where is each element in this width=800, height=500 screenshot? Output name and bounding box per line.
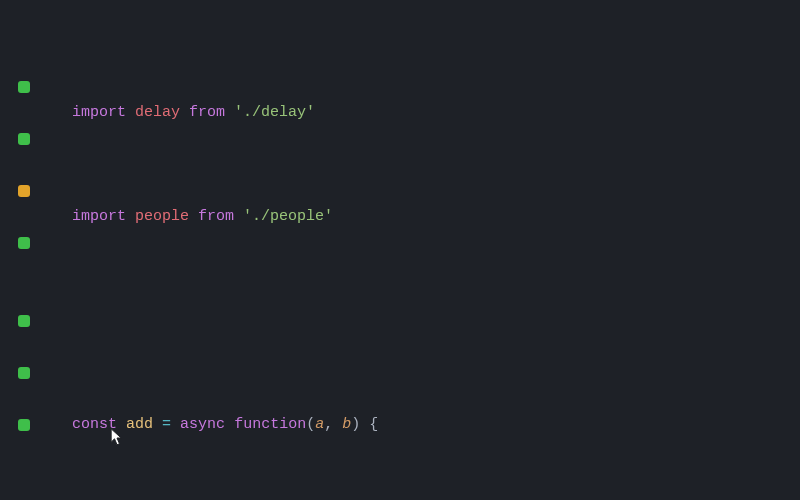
coverage-marker[interactable] xyxy=(18,185,30,197)
coverage-marker[interactable] xyxy=(18,81,30,93)
identifier: delay xyxy=(135,104,180,121)
coverage-marker[interactable] xyxy=(18,367,30,379)
string-literal: './delay' xyxy=(234,104,315,121)
param: b xyxy=(342,416,351,433)
identifier: people xyxy=(135,208,189,225)
string-literal: './people' xyxy=(243,208,333,225)
keyword-async: async xyxy=(180,416,225,433)
keyword-from: from xyxy=(198,208,234,225)
coverage-marker[interactable] xyxy=(18,419,30,431)
keyword-from: from xyxy=(189,104,225,121)
code-area[interactable]: import delay from './delay' import peopl… xyxy=(72,22,800,500)
coverage-marker[interactable] xyxy=(18,237,30,249)
param: a xyxy=(315,416,324,433)
keyword-import: import xyxy=(72,208,126,225)
paren-open: ( xyxy=(306,416,315,433)
comma: , xyxy=(324,416,333,433)
code-line[interactable]: import delay from './delay' xyxy=(72,100,800,126)
code-line[interactable]: import people from './people' xyxy=(72,204,800,230)
code-line[interactable]: const add = async function(a, b) { xyxy=(72,412,800,438)
identifier: add xyxy=(126,416,153,433)
keyword-import: import xyxy=(72,104,126,121)
keyword-function: function xyxy=(234,416,306,433)
brace-open: { xyxy=(369,416,378,433)
coverage-marker[interactable] xyxy=(18,315,30,327)
coverage-marker[interactable] xyxy=(18,133,30,145)
operator-equals: = xyxy=(162,416,171,433)
code-editor[interactable]: import delay from './delay' import peopl… xyxy=(0,0,800,500)
keyword-const: const xyxy=(72,416,117,433)
paren-close: ) xyxy=(351,416,360,433)
blank-line[interactable] xyxy=(72,308,800,334)
